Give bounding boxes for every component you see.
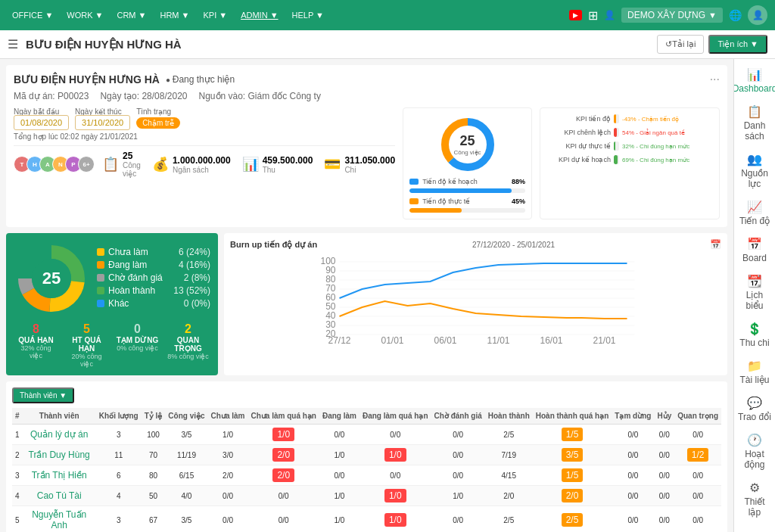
task-icon: 📋 (102, 156, 119, 173)
sidebar-nguonluc[interactable]: 👥 Nguồn lực (734, 148, 775, 194)
stat-chi: 💳 311.050.000 Chi (324, 155, 395, 174)
overdue-quantrong: 2 QUAN TRỌNG 8% công việc (166, 322, 210, 368)
table-row: 2Trần Duy Hùng117011/193/02/01/01/00/07/… (12, 445, 721, 465)
youtube-icon[interactable]: ▶ (569, 10, 582, 20)
legend-dot-danglam (97, 261, 104, 269)
quantrong-num: 2 (166, 322, 210, 336)
sidebar-tailieu[interactable]: 📁 Tài liệu (734, 354, 775, 390)
col-tyle: Tỷ lệ (142, 408, 166, 425)
nav-office[interactable]: OFFICE ▼ (8, 8, 58, 23)
kpi-bar-1: KPI tiến độ -43% - Chậm tiến độ (546, 114, 713, 123)
orange-legend (409, 198, 419, 204)
sidebar-lichbieu[interactable]: 📆 Lịch biểu (734, 269, 775, 316)
kpi-section: KPI tiến độ -43% - Chậm tiến độ KPI chên… (540, 107, 720, 219)
sidebar-danhsach[interactable]: 📋 Danh sách (734, 100, 775, 146)
sidebar-hoatdong[interactable]: 🕐 Hoạt động (734, 428, 775, 474)
col-danglam: Đang làm (319, 408, 359, 425)
right-sidebar: 📊 Dashboard 📋 Danh sách 👥 Nguồn lực 📈 Ti… (733, 59, 775, 532)
more-options-button[interactable]: ··· (710, 73, 720, 86)
tinh-trang-value: Chậm trễ (136, 117, 180, 129)
list-icon: 📋 (747, 104, 762, 119)
tiendo-kehoach-label: Tiến độ kế hoạch (422, 178, 508, 185)
sidebar-tiendo[interactable]: 📈 Tiến độ (734, 195, 775, 231)
burnup-header: Burn up tiến độ dự án 27/12/2020 - 25/01… (230, 239, 721, 250)
donut-legend: Chưa làm 6 (24%) Đang làm 4 (16%) Chờ đá… (97, 247, 210, 311)
col-tam: Tạm dừng (612, 408, 654, 425)
chat-icon: 💬 (747, 396, 762, 410)
chi-label: Chi (344, 166, 395, 174)
ngay-tao: Ngày tạo: 28/08/2020 (100, 91, 187, 101)
overdue-tamdung: 0 TẠM DỪNG 0% công việc (115, 322, 160, 368)
legend-chodanhgia: Chờ đánh giá 2 (8%) (97, 272, 210, 283)
nav-hrm[interactable]: HRM ▼ (155, 8, 194, 23)
col-qt: Quan trọng (674, 408, 721, 425)
thietlap-label: Thiết lập (737, 496, 772, 518)
lichbieu-label: Lịch biểu (737, 290, 772, 311)
svg-text:01/01: 01/01 (381, 335, 403, 345)
sidebar-board[interactable]: 📅 Board (734, 232, 775, 268)
sidebar-traodoi[interactable]: 💬 Trao đổi (734, 391, 775, 427)
table-header: Thành viên ▼ (12, 387, 721, 403)
col-id: # (12, 408, 23, 425)
legend-dot-chualam (97, 248, 104, 256)
demo-dropdown[interactable]: DEMO XÂY DỰNG ▼ (621, 8, 723, 23)
legend-dot-chodanhgia (97, 274, 104, 282)
reload-button[interactable]: ↺Tải lại (657, 35, 704, 54)
globe-icon[interactable]: 🌐 (729, 9, 742, 21)
circular-progress-section: 25 Công việc Tiến độ kế hoạch 88% (403, 107, 532, 219)
kpi-bar-2: KPI chênh lệch 54% - Giải ngân quá tề (546, 128, 713, 137)
date-row: Ngày bắt đầu 01/08/2020 Ngày kết thúc 31… (14, 107, 395, 128)
burnup-calendar-icon[interactable]: 📅 (710, 239, 721, 250)
col-khoiluong: Khối lượng (96, 408, 142, 425)
donut-container: 25 Chưa làm 6 (24%) Đang làm (14, 241, 210, 316)
tiendo-thucte-pct: 45% (512, 198, 525, 205)
user-avatar-small: 👤 (604, 10, 615, 20)
chart-icon: 📈 (747, 200, 762, 214)
kpi-bar-4: KPI dự kế hoạch 69% - Chi đúng hạn mức (546, 155, 713, 164)
nav-kpi[interactable]: KPI ▼ (198, 8, 232, 23)
nav-help[interactable]: HELP ▼ (288, 8, 328, 23)
chi-num: 311.050.000 (344, 155, 395, 166)
sidebar-dashboard[interactable]: 📊 Dashboard (734, 63, 775, 98)
col-chualam: Chưa làm (208, 408, 248, 425)
danhsach-label: Danh sách (737, 120, 772, 142)
hamburger-menu[interactable]: ☰ (8, 37, 18, 51)
legend-dot-hoanthanh (97, 287, 104, 294)
nav-admin[interactable]: ADMIN ▼ (236, 8, 282, 23)
thu-label: Thu (263, 166, 313, 174)
dashboard-label: Dashboard (733, 83, 775, 94)
table-header-row: # Thành viên Khối lượng Tỷ lệ Công việc … (12, 408, 721, 425)
legend-khac: Khác 0 (0%) (97, 298, 210, 309)
col-hoan: Hoàn thành (485, 408, 533, 425)
donut-center-num: 25 (42, 269, 61, 288)
thu-num: 459.500.000 (263, 155, 313, 166)
svg-text:21/01: 21/01 (593, 335, 615, 345)
tiendo-thucte-label: Tiến độ thực tế (422, 198, 508, 205)
col-hoanqh: Hoàn thành quá hạn (533, 408, 612, 425)
grid-icon[interactable]: ⊞ (588, 8, 598, 23)
page-title: BƯU ĐIỆN HUYỆN HƯNG HÀ (26, 38, 649, 51)
svg-text:06/01: 06/01 (434, 335, 456, 345)
board-label: Board (742, 253, 767, 263)
sidebar-thietlap[interactable]: ⚙ Thiết lập (734, 476, 775, 522)
content-area: BƯU ĐIỆN HUYỆN HƯNG HÀ ● Đang thực hiện … (0, 59, 733, 532)
total-row: Tổng hợp lúc 02:02 ngày 21/01/2021 (14, 132, 395, 141)
thanh-vien-button[interactable]: Thành viên ▼ (12, 387, 74, 403)
overdue-quahan: 8 QUÁ HẠN 32% công việc (14, 322, 58, 368)
avatar-group: T H A N P 6+ (14, 156, 91, 173)
user-menu[interactable]: 👤 (748, 5, 767, 25)
money-icon: 💲 (747, 322, 762, 336)
tinh-trang-label: Tình trạng (136, 107, 180, 116)
nav-crm[interactable]: CRM ▼ (112, 8, 151, 23)
burnup-title: Burn up tiến độ dự án (230, 240, 317, 250)
col-chuaqh: Chưa làm quá hạn (248, 408, 319, 425)
thuchi-label: Thu chi (739, 338, 769, 348)
legend-hoanthanh: Hoàn thành 13 (52%) (97, 285, 210, 296)
nguonluc-label: Nguồn lực (737, 168, 772, 189)
tailieu-label: Tài liệu (739, 375, 769, 385)
nav-work[interactable]: WORK ▼ (62, 8, 107, 23)
project-header: BƯU ĐIỆN HUYỆN HƯNG HÀ ● Đang thực hiện … (14, 73, 720, 86)
sidebar-thuchi[interactable]: 💲 Thu chi (734, 317, 775, 353)
tienich-button[interactable]: Tiện ích ▼ (708, 35, 767, 54)
table-row: 1Quản lý dự án31003/51/01/00/00/00/02/51… (12, 425, 721, 445)
